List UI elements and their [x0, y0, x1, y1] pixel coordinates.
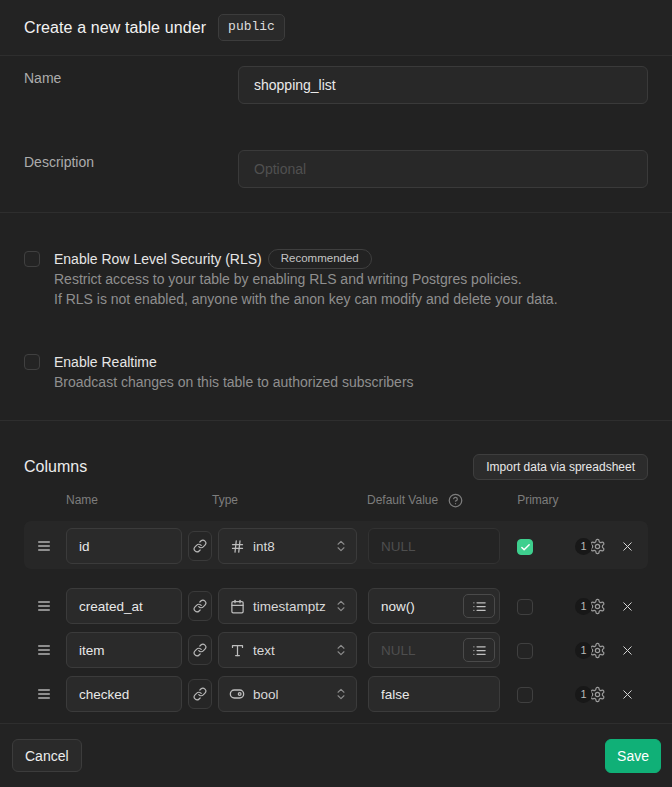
- column-type-select[interactable]: bool: [218, 676, 357, 712]
- column-settings: 1: [575, 538, 606, 555]
- name-control: [238, 66, 648, 104]
- column-name-input[interactable]: [66, 588, 182, 624]
- primary-checkbox[interactable]: [517, 599, 533, 615]
- settings-count-badge: 1: [575, 538, 592, 555]
- text-icon: [229, 642, 245, 658]
- columns-table-headers: Name Type Default Value Primary: [24, 492, 648, 508]
- remove-column-button[interactable]: [620, 643, 635, 658]
- column-type-select[interactable]: text: [218, 632, 357, 668]
- default-value-picker-button[interactable]: [463, 638, 495, 662]
- realtime-description: Broadcast changes on this table to autho…: [54, 372, 648, 392]
- link-icon: [193, 539, 207, 553]
- column-settings: 1: [575, 598, 606, 615]
- dialog-footer: Cancel Save: [0, 723, 672, 787]
- chevrons-up-down-icon: [334, 539, 348, 553]
- rls-label: Enable Row Level Security (RLS): [54, 249, 262, 269]
- default-value-input[interactable]: [368, 528, 500, 564]
- column-name-input[interactable]: [66, 676, 182, 712]
- foreign-key-button[interactable]: [188, 679, 212, 709]
- dialog-header: Create a new table under public: [0, 0, 672, 56]
- columns-section: Columns Import data via spreadsheet Name…: [0, 421, 672, 722]
- default-value-picker-button[interactable]: [463, 594, 495, 618]
- primary-checkbox[interactable]: [517, 539, 533, 555]
- rls-content: Enable Row Level Security (RLS) Recommen…: [54, 249, 648, 309]
- link-icon: [193, 599, 207, 613]
- x-icon: [620, 599, 635, 614]
- description-control: [238, 150, 648, 188]
- columns-header-row: Columns Import data via spreadsheet: [24, 454, 648, 480]
- drag-handle-icon[interactable]: [36, 598, 52, 614]
- column-row-checked: bool 1: [24, 676, 648, 712]
- save-button[interactable]: Save: [605, 739, 661, 773]
- column-settings: 1: [575, 686, 606, 703]
- check-icon: [520, 542, 531, 553]
- foreign-key-button[interactable]: [188, 635, 212, 665]
- hash-icon: [229, 538, 245, 554]
- column-settings: 1: [575, 642, 606, 659]
- link-icon: [193, 643, 207, 657]
- rls-checkbox[interactable]: [24, 251, 40, 267]
- help-circle-icon[interactable]: [448, 493, 463, 508]
- header-default-wrap: Default Value: [367, 493, 463, 508]
- table-description-input[interactable]: [238, 150, 648, 188]
- description-form-row: Description: [24, 150, 648, 188]
- link-icon: [193, 687, 207, 701]
- cancel-button[interactable]: Cancel: [12, 739, 82, 772]
- drag-handle-icon[interactable]: [36, 538, 52, 554]
- column-name-input[interactable]: [66, 528, 182, 564]
- realtime-toggle-row: Enable Realtime Broadcast changes on thi…: [24, 352, 648, 392]
- recommended-badge: Recommended: [268, 249, 372, 269]
- table-name-input[interactable]: [238, 66, 648, 104]
- realtime-label-row: Enable Realtime: [54, 352, 648, 372]
- header-primary: Primary: [517, 493, 558, 507]
- column-rows-group: timestamptz 1: [24, 588, 648, 722]
- dialog-title: Create a new table under: [24, 19, 206, 37]
- realtime-content: Enable Realtime Broadcast changes on thi…: [54, 352, 648, 392]
- column-type-label: bool: [253, 687, 334, 702]
- calendar-icon: [229, 598, 245, 614]
- rls-label-row: Enable Row Level Security (RLS) Recommen…: [54, 249, 648, 269]
- foreign-key-button[interactable]: [188, 531, 212, 561]
- column-type-select[interactable]: int8: [218, 528, 357, 564]
- default-value-cell: [368, 528, 500, 564]
- default-value-cell: [368, 632, 500, 668]
- description-label: Description: [24, 150, 238, 188]
- default-value-cell: [368, 588, 500, 624]
- header-default: Default Value: [367, 493, 438, 507]
- name-form-row: Name: [24, 66, 648, 104]
- realtime-checkbox[interactable]: [24, 354, 40, 370]
- chevrons-up-down-icon: [334, 643, 348, 657]
- x-icon: [620, 687, 635, 702]
- import-data-button[interactable]: Import data via spreadsheet: [473, 454, 648, 480]
- toggle-icon: [229, 686, 245, 702]
- settings-count-badge: 1: [575, 686, 592, 703]
- column-type-label: text: [253, 643, 334, 658]
- name-label: Name: [24, 66, 238, 104]
- default-value-input[interactable]: [368, 676, 500, 712]
- x-icon: [620, 539, 635, 554]
- column-row-item: text 1: [24, 632, 648, 668]
- rls-description-line1: Restrict access to your table by enablin…: [54, 269, 648, 289]
- settings-count-badge: 1: [575, 598, 592, 615]
- primary-row-group: int8 1: [24, 521, 648, 569]
- schema-badge: public: [218, 14, 285, 42]
- column-row-created-at: timestamptz 1: [24, 588, 648, 624]
- drag-handle-icon[interactable]: [36, 642, 52, 658]
- rls-toggle-row: Enable Row Level Security (RLS) Recommen…: [24, 249, 648, 309]
- column-row-id: int8 1: [24, 528, 648, 564]
- column-name-input[interactable]: [66, 632, 182, 668]
- list-icon: [472, 599, 487, 614]
- realtime-label: Enable Realtime: [54, 352, 157, 372]
- remove-column-button[interactable]: [620, 599, 635, 614]
- primary-checkbox[interactable]: [517, 643, 533, 659]
- remove-column-button[interactable]: [620, 539, 635, 554]
- basic-info-section: Name Description: [0, 56, 672, 213]
- remove-column-button[interactable]: [620, 687, 635, 702]
- chevrons-up-down-icon: [334, 599, 348, 613]
- list-icon: [472, 643, 487, 658]
- foreign-key-button[interactable]: [188, 591, 212, 621]
- header-type: Type: [212, 493, 358, 507]
- column-type-select[interactable]: timestamptz: [218, 588, 357, 624]
- drag-handle-icon[interactable]: [36, 686, 52, 702]
- primary-checkbox[interactable]: [517, 687, 533, 703]
